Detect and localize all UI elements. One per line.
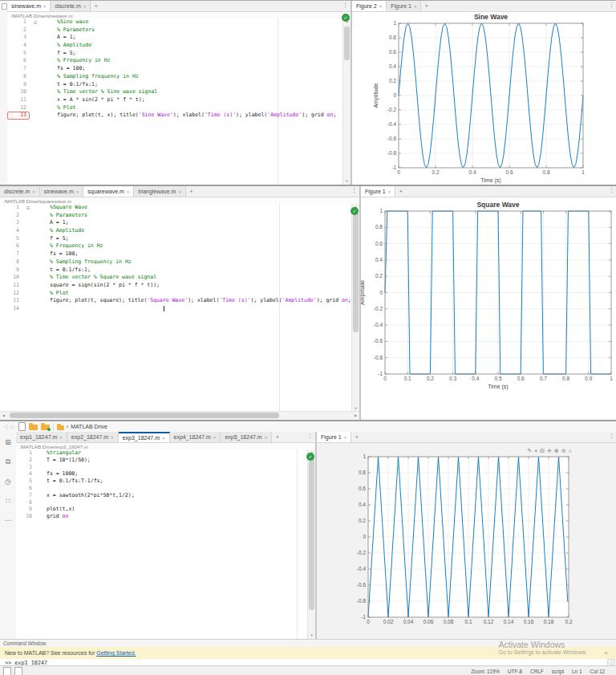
line-number[interactable]: 8: [0, 258, 22, 266]
code-fold-icon[interactable]: ⊟: [30, 18, 41, 26]
scroll-left-icon[interactable]: ◀: [0, 412, 7, 420]
line-number[interactable]: 3: [0, 219, 22, 227]
tab-close-icon[interactable]: ×: [379, 4, 383, 9]
code-line[interactable]: 4fs = 1000;: [16, 470, 308, 478]
code-line[interactable]: 3: [16, 464, 308, 471]
preview-icon[interactable]: ⧉: [6, 457, 10, 466]
figure-tab-figure-1[interactable]: Figure 1×: [361, 186, 395, 197]
code-line[interactable]: 1⊟%Sine wave: [7, 18, 343, 26]
tab-overflow-icon[interactable]: ⋮: [609, 2, 614, 8]
line-number[interactable]: 5: [7, 50, 30, 58]
code-line[interactable]: 6% Frequency in Hz: [7, 57, 343, 65]
code-line[interactable]: 8% Sampling frequency in Hz: [0, 258, 352, 266]
code-line[interactable]: 5f = 5;: [0, 235, 352, 243]
code-line[interactable]: 4% Amplitude: [0, 227, 352, 235]
save-figure-icon[interactable]: ✎: [527, 448, 532, 454]
apps-icon[interactable]: ∷: [6, 497, 10, 505]
code-line[interactable]: 14: [0, 305, 352, 313]
code-line[interactable]: 2T = 10*(1/50);: [16, 457, 308, 464]
code-line[interactable]: 5t = 0:1/fs:T-1/fs;: [16, 478, 308, 485]
line-number[interactable]: 8: [16, 499, 35, 506]
line-number[interactable]: 4: [16, 470, 35, 478]
tab-close-icon[interactable]: ×: [43, 4, 47, 9]
tab-overflow-icon[interactable]: ⋮: [609, 433, 614, 439]
code-line[interactable]: 8% Sampling frequency in Hz: [7, 73, 343, 81]
new-tab-button[interactable]: +: [272, 432, 282, 442]
line-number[interactable]: 5: [0, 235, 22, 243]
line-number[interactable]: 6: [16, 485, 35, 492]
line-number[interactable]: 6: [0, 242, 22, 250]
code-area[interactable]: 1⊟%Sine wave2% Parameters3A = 1;4% Ampli…: [7, 18, 343, 185]
zoom-in-icon[interactable]: ⊕: [554, 448, 559, 454]
line-number[interactable]: 4: [7, 42, 30, 50]
error-line-number[interactable]: 13: [7, 112, 30, 120]
tab-overflow-icon[interactable]: ⋮: [307, 433, 313, 439]
code-line[interactable]: 7x = sawtooth(2*pi*50*t,1/2);: [16, 492, 308, 499]
tab-close-icon[interactable]: ×: [83, 4, 87, 9]
line-number[interactable]: 5: [16, 478, 35, 485]
tab-overflow-icon[interactable]: ⋮: [609, 187, 614, 193]
code-fold-icon[interactable]: ⊟: [22, 204, 34, 212]
code-analyzer-ok-icon[interactable]: ✓: [306, 453, 314, 461]
code-line[interactable]: 12% Plot: [7, 104, 343, 112]
editor-tab-discrete-m[interactable]: discrete.m×: [51, 1, 91, 11]
code-line[interactable]: 1⊟%Square Wave: [0, 204, 352, 212]
line-number[interactable]: 13: [0, 297, 22, 305]
code-line[interactable]: 6: [16, 485, 308, 492]
code-line[interactable]: 2% Parameters: [7, 26, 343, 35]
scroll-right-icon[interactable]: ▶: [352, 412, 359, 420]
tab-close-icon[interactable]: ×: [178, 189, 181, 194]
scroll-down-icon[interactable]: ▼: [308, 632, 315, 639]
editor-tab-sinewave-m[interactable]: sinewave.m×: [7, 1, 51, 11]
line-number[interactable]: 9: [0, 266, 22, 274]
line-number[interactable]: 7: [0, 250, 22, 258]
line-number[interactable]: 2: [0, 212, 22, 220]
code-line[interactable]: 8: [16, 499, 308, 506]
line-number[interactable]: 6: [7, 57, 30, 65]
line-number[interactable]: 10: [16, 513, 35, 520]
line-number[interactable]: 7: [7, 65, 30, 73]
line-number[interactable]: 1: [0, 204, 22, 212]
scrollbar-thumb[interactable]: [10, 413, 279, 418]
code-line[interactable]: 4% Amplitude: [7, 42, 343, 50]
line-number[interactable]: 3: [7, 34, 30, 42]
code-line[interactable]: 5f = 5;: [7, 50, 343, 58]
code-line[interactable]: 9t = 0:1/fs:1;: [0, 266, 352, 274]
line-number[interactable]: 1: [7, 18, 30, 26]
code-line[interactable]: 2% Parameters: [0, 212, 352, 220]
figure-tab-figure-1[interactable]: Figure 1×: [317, 432, 351, 442]
tab-close-icon[interactable]: ×: [344, 435, 347, 440]
banner-close-icon[interactable]: ×: [604, 647, 608, 659]
code-line[interactable]: 3A = 1;: [7, 34, 343, 42]
new-tab-button[interactable]: +: [186, 186, 197, 197]
getting-started-link[interactable]: Getting Started.: [96, 650, 136, 656]
tab-overflow-icon[interactable]: ⋮: [342, 2, 348, 8]
collapsed-panel-icon[interactable]: [2, 3, 7, 10]
more-tools-icon[interactable]: ⋯: [5, 516, 12, 524]
new-tab-button[interactable]: +: [91, 1, 101, 11]
code-area[interactable]: 1⊟%Square Wave2% Parameters3A = 1;4% Amp…: [0, 204, 352, 412]
line-number[interactable]: 9: [16, 506, 35, 513]
triangular-wave-chart[interactable]: 00.020.040.060.080.10.120.140.160.180.2-…: [317, 442, 616, 639]
code-line[interactable]: 10% Time vector % Sine wave signal: [7, 88, 343, 96]
editor-tab-discrete-m[interactable]: discrete.m×: [0, 186, 40, 197]
code-analyzer-ok-icon[interactable]: ✓: [342, 14, 350, 22]
tab-close-icon[interactable]: ×: [127, 189, 130, 194]
code-line[interactable]: 7fs = 100;: [0, 250, 352, 258]
code-line[interactable]: 6% Frequency in Hz: [0, 242, 352, 250]
tab-close-icon[interactable]: ×: [414, 4, 417, 9]
open-folder-icon[interactable]: [29, 425, 38, 430]
zoom-out-icon[interactable]: ⊖: [561, 448, 566, 454]
code-analyzer-ok-icon[interactable]: ✓: [351, 207, 359, 215]
editor-tab-exp2-18247-m[interactable]: exp2_18247.m×: [67, 432, 119, 442]
breadcrumb[interactable]: › MATLAB Drive: [57, 424, 107, 430]
code-line[interactable]: 10grid on: [16, 513, 308, 520]
code-line[interactable]: 3A = 1;: [0, 219, 352, 227]
new-tab-button[interactable]: +: [421, 1, 432, 11]
line-number[interactable]: 2: [7, 26, 30, 35]
figure-tab-figure-2[interactable]: Figure 2×: [352, 1, 387, 11]
code-line[interactable]: 10% Time vector % Square wave signal: [0, 274, 352, 282]
line-number[interactable]: 3: [16, 464, 35, 471]
horizontal-scrollbar[interactable]: ◀ ▶: [0, 411, 359, 420]
tab-close-icon[interactable]: ×: [162, 436, 165, 441]
